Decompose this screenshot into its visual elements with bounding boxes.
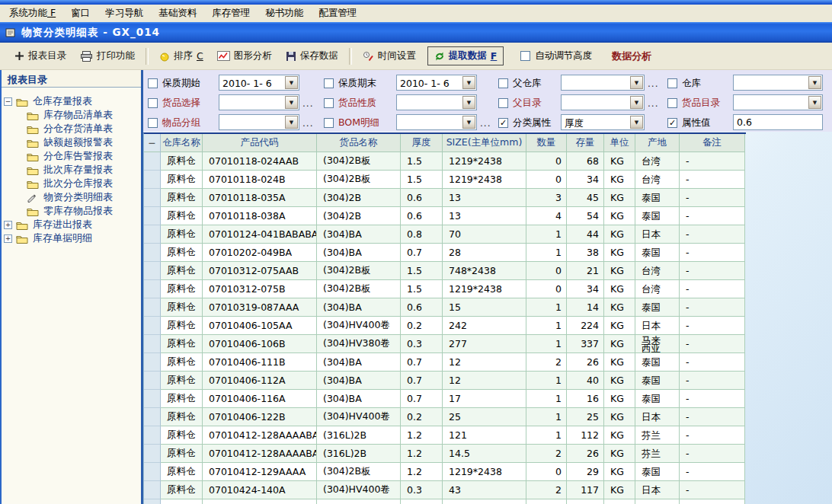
folder-icon: [27, 206, 39, 216]
filter-dropdown-仓库[interactable]: ▼: [733, 75, 823, 91]
table-header-cell-货品名称[interactable]: 货品名称: [317, 134, 401, 152]
chevron-down-icon[interactable]: ▼: [462, 76, 475, 89]
table-row[interactable]: 原料仓07010319-087AAA(304)BA0.615114KG泰国-: [144, 298, 746, 317]
table-header-cell-存量[interactable]: 存量: [567, 134, 604, 152]
chevron-down-icon[interactable]: ▼: [808, 76, 821, 89]
filter-dropdown-BOM明细[interactable]: ▼: [396, 114, 477, 130]
sidebar-item-5[interactable]: 分仓库告警报表: [2, 149, 141, 163]
filter-dropdown-保质期末[interactable]: 2010- 1- 6▼: [396, 75, 477, 91]
auto-height-checkbox[interactable]: 自动调节高度: [520, 49, 592, 62]
table-header-cell-仓库名称[interactable]: 仓库名称: [161, 134, 203, 152]
chevron-down-icon[interactable]: ▼: [285, 116, 298, 129]
table-cell: 2: [526, 353, 567, 372]
menu-item-5[interactable]: 库存管理: [204, 5, 258, 22]
sidebar-item-4[interactable]: 缺额超额报警表: [2, 136, 141, 149]
chevron-down-icon[interactable]: ▼: [462, 96, 475, 109]
menu-item-1[interactable]: 系统功能 F: [2, 5, 63, 22]
table-header-cell-单位[interactable]: 单位: [604, 134, 635, 152]
table-header-cell-SIZE(主单位mm)[interactable]: SIZE(主单位mm): [443, 134, 526, 152]
menu-item-6[interactable]: 秘书功能: [258, 5, 311, 22]
filter-dropdown-货品性质[interactable]: ▼: [396, 94, 477, 110]
menu-item-7[interactable]: 配置管理: [311, 5, 364, 22]
filter-checkbox[interactable]: [148, 98, 158, 108]
menu-item-3[interactable]: 学习导航: [98, 5, 151, 22]
toolbar-button-图形分析[interactable]: 图形分析: [217, 49, 272, 62]
toolbar-button-提取数据[interactable]: 提取数据F: [427, 46, 504, 65]
filter-checkbox[interactable]: [148, 118, 158, 128]
filter-checkbox[interactable]: [667, 98, 677, 108]
filter-checkbox[interactable]: [324, 78, 334, 88]
table-cell: 0.7: [401, 372, 443, 390]
table-row[interactable]: 原料仓07010124-041BABABA(304)BA0.870144KG日本…: [144, 225, 746, 244]
toolbar-button-打印功能[interactable]: 打印功能: [80, 49, 135, 62]
chevron-down-icon[interactable]: ▼: [630, 116, 643, 129]
filter-checkbox[interactable]: [498, 98, 508, 108]
filter-checkbox[interactable]: [667, 78, 677, 88]
chevron-down-icon[interactable]: ▼: [285, 76, 298, 89]
table-row[interactable]: 原料仓07010118-038A(304)2B0.613454KG泰国-: [144, 207, 746, 225]
filter-checkbox[interactable]: [324, 98, 334, 108]
toolbar-button-保存数据[interactable]: 保存数据: [286, 49, 338, 62]
sidebar-item-2[interactable]: 库存物品清单表: [2, 108, 141, 122]
filter-checkbox[interactable]: ✓: [498, 118, 508, 128]
table-row[interactable]: 原料仓07010406-106B(304)HV380卷0.32771337KG马…: [144, 335, 746, 353]
filter-checkbox[interactable]: [498, 78, 508, 88]
toolbar-button-报表目录[interactable]: 报表目录: [14, 49, 66, 62]
table-cell: -: [680, 152, 745, 171]
data-analysis-label[interactable]: 数据分析: [612, 49, 651, 63]
filter-checkbox[interactable]: [148, 78, 158, 88]
expand-plus-icon[interactable]: +: [4, 234, 12, 243]
chevron-down-icon[interactable]: ▼: [808, 96, 821, 109]
table-row[interactable]: 原料仓07010406-112A(304)BA0.712140KG泰国-: [144, 372, 746, 390]
filter-input-属性值[interactable]: 0.6: [733, 114, 823, 130]
chevron-down-icon[interactable]: ▼: [285, 96, 298, 109]
checkbox-box[interactable]: [520, 51, 530, 61]
table-row[interactable]: 原料仓07010202-049BA(304)BA0.728138KG泰国-: [144, 244, 746, 262]
table-row[interactable]: 原料仓07010312-075AAB(304)2B板1.5748*2438021…: [144, 262, 746, 280]
sidebar-item-7[interactable]: 批次分仓库报表: [2, 177, 141, 190]
chevron-down-icon[interactable]: ▼: [630, 96, 643, 109]
filter-dropdown-父目录[interactable]: ▼: [561, 94, 645, 110]
table-row[interactable]: 原料仓07010118-024B(304)2B板1.51219*2438034K…: [144, 171, 746, 189]
toolbar-button-排序[interactable]: 排序C: [159, 49, 203, 62]
sidebar-item-11[interactable]: +库存单据明细: [2, 231, 141, 245]
table-row[interactable]: 原料仓07010412-128AAAABAAA(316L)2B1.2121111…: [144, 426, 746, 445]
table-header-cell-厚度[interactable]: 厚度: [401, 134, 443, 152]
filter-dropdown-货品选择[interactable]: ▼: [219, 94, 299, 110]
table-header-cell-数量[interactable]: 数量: [526, 134, 567, 152]
sidebar-item-10[interactable]: +库存进出报表: [2, 218, 141, 231]
expand-minus-icon[interactable]: −: [4, 97, 12, 106]
table-row[interactable]: 原料仓07010412-129AAAA(304)2B板1.21219*24380…: [144, 463, 746, 481]
sidebar-item-1[interactable]: −仓库存量报表: [2, 94, 141, 108]
filter-dropdown-分类属性[interactable]: 厚度▼: [561, 114, 645, 130]
filter-dropdown-保质期始[interactable]: 2010- 1- 6▼: [219, 75, 299, 91]
table-row[interactable]: 原料仓07010118-024AAB(304)2B板1.51219*243806…: [144, 152, 746, 171]
chevron-down-icon[interactable]: ▼: [630, 76, 643, 89]
table-header-cell-产地[interactable]: 产地: [635, 134, 680, 152]
menu-item-4[interactable]: 基础资料: [151, 5, 204, 22]
table-row[interactable]: 原料仓07010424-140A(304)HV400卷0.3432117KG日本…: [144, 481, 746, 499]
table-row[interactable]: 原料仓07010406-111B(304)BA0.712226KG泰国-: [144, 353, 746, 372]
chevron-down-icon[interactable]: ▼: [462, 116, 475, 129]
table-row[interactable]: 原料仓07010406-105AA(304)HV400卷0.22421224KG…: [144, 317, 746, 335]
filter-dropdown-物品分组[interactable]: ▼: [219, 114, 299, 130]
table-row[interactable]: 原料仓07010118-035A(304)2B0.613345KG泰国-: [144, 189, 746, 207]
table-cell: 1.5: [401, 152, 443, 171]
sidebar-item-6[interactable]: 批次库存量报表: [2, 163, 141, 177]
table-row[interactable]: 原料仓07010412-128AAAABAB(316L)2B1.214.5226…: [144, 445, 746, 463]
table-header-cell-备注[interactable]: 备注: [680, 134, 745, 152]
menu-item-2[interactable]: 窗口: [63, 5, 98, 22]
table-header-cell-产品代码[interactable]: 产品代码: [203, 134, 317, 152]
sidebar-item-9[interactable]: 零库存物品报表: [2, 204, 141, 218]
filter-dropdown-父仓库[interactable]: ▼: [561, 75, 645, 91]
expand-plus-icon[interactable]: +: [4, 221, 12, 229]
table-row[interactable]: 原料仓07010312-075B(304)2B板1.51219*2438034K…: [144, 280, 746, 298]
sidebar-item-8[interactable]: 物资分类明细表: [2, 190, 141, 204]
filter-checkbox[interactable]: [324, 118, 334, 128]
filter-checkbox[interactable]: ✓: [667, 118, 677, 128]
table-row[interactable]: 原料仓07010406-122B(304)HV400卷0.225125KG日本-: [144, 408, 746, 426]
filter-dropdown-货品目录[interactable]: ▼: [733, 94, 823, 110]
table-row[interactable]: 原料仓07010406-116A(304)BA0.717116KG泰国-: [144, 390, 746, 408]
toolbar-button-时间设置[interactable]: 时间设置: [363, 49, 416, 62]
sidebar-item-3[interactable]: 分仓存货清单表: [2, 122, 141, 136]
